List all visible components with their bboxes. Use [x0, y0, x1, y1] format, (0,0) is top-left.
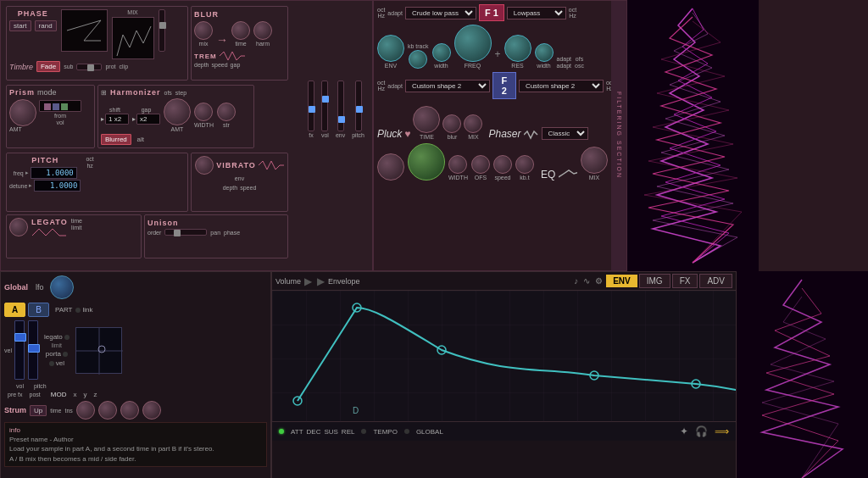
pitch-fader[interactable]	[28, 320, 38, 380]
phaser-width-lbl: WIDTH	[448, 175, 468, 181]
unison-order-slider[interactable]	[164, 229, 207, 236]
f1-kb-knob[interactable]	[409, 50, 427, 69]
phase-rand-btn[interactable]: rand	[35, 20, 57, 31]
phaser-width-knob[interactable]	[448, 155, 467, 174]
timbre-fade-btn[interactable]: Fade	[36, 61, 60, 72]
blur-mix-lbl: mix	[199, 41, 209, 47]
svg-line-0	[67, 20, 101, 31]
blur-harm-knob[interactable]	[253, 21, 272, 40]
fx-slider[interactable]	[308, 81, 314, 131]
strum-knob2[interactable]	[98, 401, 117, 420]
eq-mix-knob[interactable]	[581, 147, 608, 174]
timbre-sub-slider[interactable]	[76, 64, 102, 70]
phase-start-btn[interactable]: start	[9, 20, 31, 31]
strum-knob4[interactable]	[142, 401, 161, 420]
pitch-label: pitch	[352, 132, 364, 138]
blur-time-lbl: time	[235, 41, 246, 47]
pluck-time-lbl: TIME	[420, 134, 434, 140]
lfo-knob[interactable]	[50, 275, 74, 299]
legato-ctrl-lbl: legato	[44, 333, 63, 341]
legato-wave	[32, 227, 66, 237]
img-tab-btn[interactable]: IMG	[639, 274, 670, 288]
vol-fader[interactable]	[14, 320, 25, 380]
f1-env-knob[interactable]	[377, 35, 404, 62]
phaser-speed-knob[interactable]	[493, 155, 512, 174]
porta-led	[63, 352, 68, 357]
prism-amt-knob[interactable]	[9, 99, 36, 126]
legato-label: LEGATO	[31, 218, 68, 226]
headphone-icon: 🎧	[695, 425, 708, 437]
phase-slider1[interactable]	[159, 9, 165, 52]
f1-shape-dropdown[interactable]: Lowpass	[507, 7, 566, 19]
harm-grid-icon: ⊞	[101, 89, 107, 97]
pitch-detune-lbl: detune	[9, 183, 27, 189]
pitch-fader-handle[interactable]	[28, 344, 40, 353]
filtering-section-label: FILTERING SECTION	[611, 1, 626, 270]
cog-icon: ⚙	[595, 276, 603, 286]
f2-shape-dropdown[interactable]: Custom shape 2	[405, 80, 490, 92]
f1-res-knob[interactable]	[504, 35, 531, 62]
pitch-arrow: ▸	[25, 170, 29, 176]
vol-slider[interactable]	[321, 81, 328, 131]
pluck-time-knob[interactable]	[413, 106, 440, 133]
f1-freq-knob[interactable]	[454, 25, 492, 62]
prism-mode-viz	[42, 102, 81, 112]
info-preset: Preset name - Author	[9, 435, 262, 444]
phaser-label: Phaser	[488, 128, 520, 140]
tab-a-btn[interactable]: A	[4, 303, 25, 317]
svg-text:D: D	[353, 406, 359, 415]
strum-up-btn[interactable]: Up	[30, 405, 47, 416]
pitch-freq-lbl: freq	[14, 170, 24, 176]
f1-kb-lbl: kb track	[408, 43, 429, 49]
f2-shape2-dropdown[interactable]: Custom shape 2	[519, 80, 604, 92]
fx-tab-btn[interactable]: FX	[672, 274, 698, 288]
harm-blurred-btn[interactable]: Blurred	[101, 134, 131, 145]
tab-b-btn[interactable]: B	[28, 303, 49, 317]
f1-oct: oct	[377, 7, 385, 13]
unison-pan-lbl: pan	[210, 230, 220, 236]
phaser-knob2[interactable]	[408, 143, 445, 181]
phase-mix-display	[112, 17, 154, 59]
att-lbl: ATT	[291, 428, 303, 436]
prism-mode-lbl: mode	[37, 88, 57, 97]
phase-viz	[63, 12, 105, 49]
tempo-led	[361, 429, 366, 434]
phaser-knob1[interactable]	[377, 153, 404, 181]
pitch-slider[interactable]	[355, 81, 362, 131]
blur-mix-knob[interactable]	[194, 21, 213, 40]
env-tab-btn[interactable]: ENV	[606, 275, 637, 287]
trem-depth: depth	[194, 62, 209, 68]
vibrato-env-knob[interactable]	[195, 156, 214, 175]
harm-step-lbl: step	[175, 90, 186, 96]
adv-tab-btn[interactable]: ADV	[699, 274, 732, 288]
phaser-style-dropdown[interactable]: Classic	[542, 127, 588, 140]
link-label: link	[83, 306, 93, 314]
f1-type-dropdown[interactable]: Crude low pass	[405, 7, 476, 19]
f2-hz: Hz	[377, 86, 385, 92]
f1-width-knob[interactable]	[432, 43, 451, 62]
svg-rect-10	[272, 291, 736, 422]
pluck-mix-knob[interactable]	[464, 114, 482, 133]
synth-bottom: Global lfo A B PART link vel	[0, 271, 868, 478]
harm-shift-x2: 1 x2	[105, 114, 129, 125]
harm-amt-knob[interactable]	[164, 98, 191, 125]
f1-adapt1: adapt	[387, 10, 403, 16]
env-tab-bar: Volume ▶ ▶ Envelope ♪ ∿ ⚙ ENV IMG FX ADV	[272, 272, 736, 291]
phase-mix-label: MIX	[127, 9, 137, 15]
f1-width2-knob[interactable]	[535, 43, 554, 62]
pluck-blur-knob[interactable]	[442, 114, 461, 133]
svg-rect-20	[737, 271, 868, 478]
strum-knob3[interactable]	[120, 401, 139, 420]
env-slider[interactable]	[337, 81, 344, 131]
vol-lbl-b: vol	[16, 383, 24, 389]
harm-width-knob[interactable]	[194, 103, 213, 121]
xy-pad[interactable]	[75, 327, 122, 374]
blur-time-knob[interactable]	[231, 21, 250, 40]
harm-str-knob[interactable]	[217, 103, 236, 121]
f1-oct2: oct	[569, 7, 576, 13]
strum-knob1[interactable]	[76, 401, 95, 420]
legato-knob[interactable]	[9, 218, 28, 236]
phaser-ofs-knob[interactable]	[471, 155, 490, 174]
vol-fader-handle[interactable]	[14, 333, 26, 342]
phaser-kbt-knob[interactable]	[515, 155, 534, 174]
